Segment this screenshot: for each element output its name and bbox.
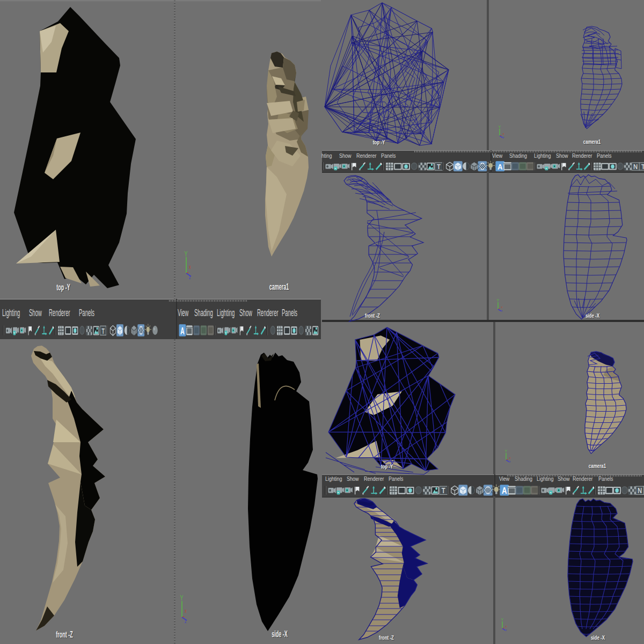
svg-text:Panels: Panels xyxy=(79,308,94,318)
svg-text:Panels: Panels xyxy=(282,308,297,318)
svg-text:Renderer: Renderer xyxy=(572,152,592,159)
svg-text:Panels: Panels xyxy=(597,152,612,159)
svg-text:Shading: Shading xyxy=(515,476,532,482)
svg-text:camera1: camera1 xyxy=(589,463,606,469)
svg-text:Y: Y xyxy=(497,298,500,302)
svg-text:z: z xyxy=(509,460,511,463)
svg-text:front -Z: front -Z xyxy=(379,635,394,641)
svg-text:View: View xyxy=(492,152,502,159)
svg-text:Shading: Shading xyxy=(194,308,213,318)
svg-text:A: A xyxy=(180,326,185,336)
svg-text:side -X: side -X xyxy=(591,635,605,641)
svg-text:front -Z: front -Z xyxy=(56,630,72,640)
svg-text:top -Y: top -Y xyxy=(381,464,393,470)
svg-text:x: x xyxy=(506,625,507,628)
svg-text:Show: Show xyxy=(556,152,568,159)
svg-text:x: x xyxy=(503,132,504,135)
svg-text:T: T xyxy=(442,487,445,495)
svg-text:Y: Y xyxy=(501,618,504,621)
svg-text:Y: Y xyxy=(505,449,508,453)
svg-text:top -Y: top -Y xyxy=(56,282,70,292)
svg-text:Panels: Panels xyxy=(598,476,613,482)
svg-text:Show: Show xyxy=(239,308,252,318)
svg-text:Renderer: Renderer xyxy=(573,476,592,482)
svg-text:x: x xyxy=(501,305,503,309)
svg-text:Show: Show xyxy=(29,308,42,318)
svg-text:Y: Y xyxy=(180,594,184,603)
svg-text:Shading: Shading xyxy=(509,152,527,159)
svg-text:A: A xyxy=(497,162,503,171)
svg-text:Panels: Panels xyxy=(389,476,404,482)
svg-text:T: T xyxy=(437,163,441,171)
svg-text:N: N xyxy=(638,487,642,495)
svg-text:Y: Y xyxy=(499,125,501,129)
svg-text:Renderer: Renderer xyxy=(49,308,70,318)
svg-text:Lighting: Lighting xyxy=(325,476,342,482)
svg-text:Lighting: Lighting xyxy=(534,152,551,159)
svg-text:side -X: side -X xyxy=(272,629,287,639)
svg-text:A: A xyxy=(502,486,507,495)
svg-text:Show: Show xyxy=(558,476,570,482)
svg-text:side -X: side -X xyxy=(586,313,600,319)
svg-text:N: N xyxy=(633,163,638,171)
svg-text:z: z xyxy=(506,628,507,632)
svg-text:Y: Y xyxy=(185,250,188,259)
svg-text:front -Z: front -Z xyxy=(365,313,380,319)
svg-text:Panels: Panels xyxy=(381,152,396,159)
svg-text:x: x xyxy=(189,264,191,270)
svg-text:x: x xyxy=(185,608,187,614)
svg-text:Renderer: Renderer xyxy=(364,476,384,482)
svg-text:z: z xyxy=(501,309,503,312)
svg-text:Lighting: Lighting xyxy=(2,308,20,318)
svg-text:Show: Show xyxy=(347,476,359,482)
svg-text:View: View xyxy=(499,476,509,482)
svg-text:top -Y: top -Y xyxy=(373,140,385,145)
svg-text:T: T xyxy=(102,326,105,335)
svg-text:Renderer: Renderer xyxy=(257,308,279,318)
svg-text:View: View xyxy=(178,308,189,318)
svg-text:camera1: camera1 xyxy=(583,139,601,145)
svg-text:Lighting: Lighting xyxy=(217,308,235,318)
svg-text:Renderer: Renderer xyxy=(356,152,376,159)
svg-text:Lighting: Lighting xyxy=(537,476,553,482)
svg-text:z: z xyxy=(503,136,504,139)
svg-text:T: T xyxy=(641,163,644,171)
svg-text:hting: hting xyxy=(321,152,332,159)
svg-text:camera1: camera1 xyxy=(269,282,289,292)
svg-text:x: x xyxy=(509,456,511,459)
svg-text:Show: Show xyxy=(339,152,352,159)
